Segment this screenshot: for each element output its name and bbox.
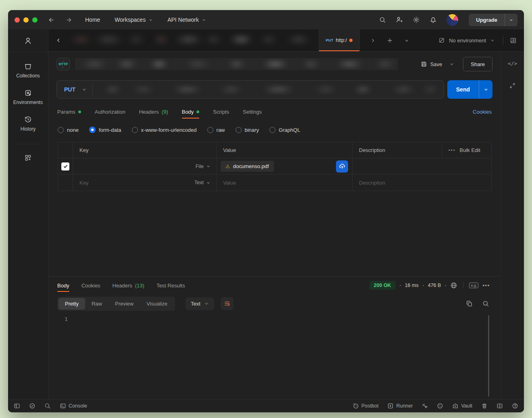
method-chevron-icon[interactable] [82,87,87,92]
sidebar-item-history[interactable]: History [21,116,35,132]
value-cell[interactable]: Value [217,175,353,191]
upload-file-button[interactable] [336,160,348,173]
method-selector[interactable]: PUT [57,86,82,93]
description-column-header: Description [353,142,442,158]
environment-quick-look-icon[interactable] [510,37,517,44]
save-as-example-icon[interactable]: e.g. [469,283,478,288]
send-options-chevron-icon[interactable] [479,80,492,99]
tab-params[interactable]: Params [57,102,81,121]
mode-none[interactable]: none [58,127,79,133]
user-avatar[interactable] [446,14,458,26]
api-health-check-icon[interactable] [29,403,35,409]
console-button[interactable]: Console [60,403,87,409]
tab-authorization[interactable]: Authorization [95,102,125,121]
view-pretty[interactable]: Pretty [58,298,85,310]
response-format-dropdown[interactable]: Text [186,297,214,310]
settings-gear-icon[interactable] [413,16,420,23]
tab-headers[interactable]: Headers(9) [139,102,168,121]
mode-binary[interactable]: binary [236,127,259,133]
key-type-dropdown[interactable]: Text [194,180,216,185]
mode-graphql[interactable]: GraphQL [269,127,300,133]
key-cell[interactable]: Key Text [73,175,217,191]
sidebar-item-collections[interactable]: Collections [16,62,40,79]
close-window-button[interactable] [15,17,20,23]
vertical-scrollbar[interactable] [488,315,489,397]
more-options-icon[interactable]: ••• [449,148,456,152]
search-icon[interactable] [379,17,386,23]
tab-body[interactable]: Body [182,102,200,121]
vault-button[interactable]: Vault [452,403,472,409]
search-response-icon[interactable] [482,300,489,307]
view-preview[interactable]: Preview [108,298,140,310]
expand-panel-icon[interactable] [509,83,515,89]
capture-requests-icon[interactable] [421,403,428,409]
share-button[interactable]: Share [463,57,492,71]
active-request-tab[interactable]: PUT http:/ [319,29,360,51]
collapse-sidebar-chevron-icon[interactable] [48,29,69,51]
mode-x-www-form-urlencoded[interactable]: x-www-form-urlencoded [132,127,197,133]
redacted-request-name[interactable] [75,58,398,70]
environment-chevron-icon[interactable] [490,38,495,43]
upgrade-chevron-icon[interactable] [505,14,517,26]
response-body-editor[interactable]: 1 [48,313,501,399]
split-pane-icon[interactable] [497,403,503,409]
network-globe-icon[interactable] [450,282,457,289]
code-snippet-icon[interactable]: </> [508,60,517,67]
upgrade-label[interactable]: Upgrade [469,14,505,26]
key-type-dropdown[interactable]: File [196,164,216,169]
bulk-edit-link[interactable]: Bulk Edit [460,147,480,153]
tab-options-chevron-icon[interactable] [404,38,409,43]
forward-icon[interactable] [66,17,73,23]
wrap-lines-button[interactable] [221,297,234,310]
tab-scripts[interactable]: Scripts [213,102,229,121]
response-size[interactable]: 476 B [428,283,441,288]
tab-response-headers[interactable]: Headers(13) [113,277,144,294]
configure-sidebar-icon[interactable] [16,144,40,162]
environment-selector[interactable]: No environment [449,37,486,44]
nav-home[interactable]: Home [85,17,100,23]
profile-icon[interactable] [24,37,32,45]
redacted-url[interactable] [99,83,437,96]
minimize-window-button[interactable] [23,17,29,23]
scroll-tabs-right-icon[interactable] [370,38,376,43]
file-chip[interactable]: ⚠ documenso.pdf [221,161,274,172]
response-more-options-icon[interactable]: ••• [482,283,490,288]
back-icon[interactable] [47,17,54,23]
save-button[interactable]: Save [421,61,455,67]
copy-response-icon[interactable] [466,300,473,307]
toggle-sidebar-icon[interactable] [14,403,20,409]
cookies-icon[interactable] [437,403,443,409]
mode-form-data[interactable]: form-data [89,127,121,133]
tab-settings[interactable]: Settings [243,102,262,121]
value-cell[interactable]: ⚠ documenso.pdf [217,158,353,174]
save-options-chevron-icon[interactable] [449,62,454,67]
tab-response-cookies[interactable]: Cookies [81,277,100,294]
view-visualize[interactable]: Visualize [140,298,174,310]
redacted-tabs[interactable] [69,29,319,51]
invite-user-icon[interactable] [396,16,403,23]
new-tab-plus-icon[interactable] [387,37,393,44]
cookies-link[interactable]: Cookies [473,109,492,115]
view-raw[interactable]: Raw [85,298,108,310]
key-cell[interactable]: File [73,158,217,174]
postbot-button[interactable]: Postbot [353,403,378,409]
status-badge[interactable]: 200 OK [369,281,396,290]
description-cell[interactable]: Description [353,175,491,191]
notifications-bell-icon[interactable] [430,16,437,23]
runner-button[interactable]: Runner [387,403,413,409]
tab-response-body[interactable]: Body [57,277,69,294]
find-icon[interactable] [44,403,51,409]
tab-test-results[interactable]: Test Results [156,277,185,294]
response-time[interactable]: 16 ms [405,283,419,288]
description-cell[interactable] [353,158,491,174]
send-button[interactable]: Send [447,80,479,99]
nav-api-network[interactable]: API Network [167,17,206,23]
url-input[interactable]: PUT [56,80,444,99]
nav-workspaces[interactable]: Workspaces [115,17,153,23]
trash-icon[interactable] [481,403,488,409]
maximize-window-button[interactable] [32,17,38,23]
mode-raw[interactable]: raw [207,127,225,133]
help-icon[interactable] [512,403,518,409]
sidebar-item-environments[interactable]: Environments [13,89,43,105]
row-checkbox-checked[interactable] [61,162,69,171]
